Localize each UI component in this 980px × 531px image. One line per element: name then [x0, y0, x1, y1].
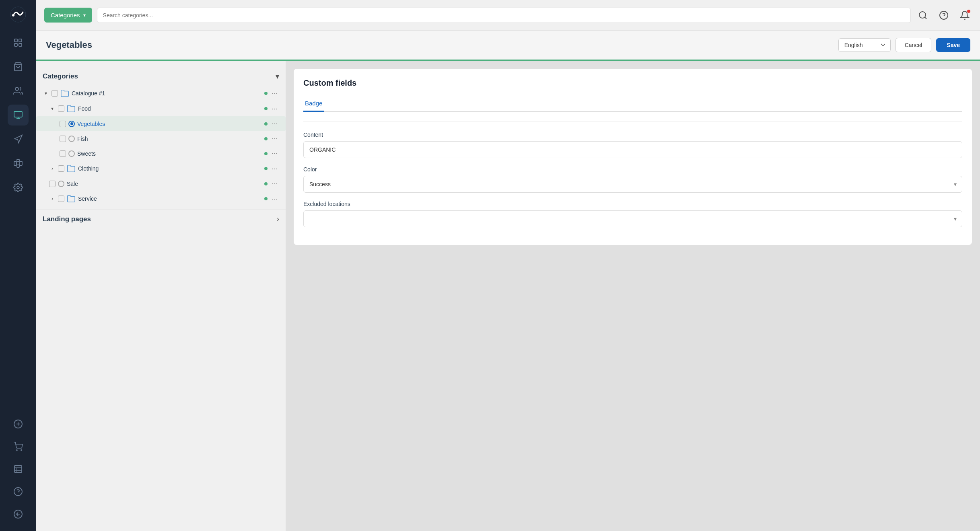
tab-badge[interactable]: Badge: [303, 96, 324, 112]
notification-icon-button[interactable]: [957, 8, 972, 23]
tree-toggle-service[interactable]: ›: [49, 196, 56, 202]
notification-dot: [967, 10, 970, 13]
tree-radio-sweets[interactable]: [68, 150, 75, 157]
landing-pages-title: Landing pages: [43, 215, 91, 223]
main-area: Categories ▾: [36, 0, 980, 531]
folder-icon-service: [67, 194, 76, 203]
svg-point-28: [14, 488, 22, 496]
cancel-button[interactable]: Cancel: [896, 38, 932, 52]
tree-item-sale[interactable]: Sale ···: [36, 176, 286, 191]
tree-checkbox-fish[interactable]: [60, 136, 66, 142]
custom-fields-card: Custom fields Badge Content Color: [294, 69, 972, 245]
tree-checkbox-sale[interactable]: [49, 181, 56, 187]
svg-rect-14: [20, 161, 22, 165]
tree-radio-inner-vegetables: [70, 122, 73, 125]
tree-dot-service: [264, 197, 268, 200]
tree-checkbox-vegetables[interactable]: [60, 121, 66, 127]
sidebar-item-settings[interactable]: [8, 177, 29, 198]
tree-checkbox-service[interactable]: [58, 196, 64, 202]
language-select[interactable]: English French German Spanish: [838, 38, 891, 52]
sidebar-item-integration[interactable]: [8, 153, 29, 174]
folder-icon-catalogue1: [60, 89, 69, 98]
sidebar-item-shop[interactable]: [8, 56, 29, 77]
tree-more-sale[interactable]: ···: [270, 179, 279, 188]
tree-more-catalogue1[interactable]: ···: [270, 89, 279, 98]
logo[interactable]: [8, 5, 28, 24]
tree-item-sweets[interactable]: Sweets ···: [36, 146, 286, 161]
sidebar-item-cart[interactable]: [8, 436, 29, 457]
tree-radio-vegetables[interactable]: [68, 121, 75, 127]
svg-line-16: [19, 161, 20, 162]
tree-label-food: Food: [78, 105, 262, 112]
landing-pages-chevron-icon: ›: [277, 215, 279, 223]
svg-rect-4: [14, 43, 17, 46]
sidebar-item-content[interactable]: [8, 105, 29, 126]
topbar: Categories ▾: [36, 0, 980, 31]
tree-more-sweets[interactable]: ···: [270, 149, 279, 158]
search-icon-button[interactable]: [916, 8, 930, 23]
tree-dot-sale: [264, 182, 268, 185]
tree-toggle-clothing[interactable]: ›: [49, 165, 56, 172]
help-icon-button[interactable]: [937, 8, 951, 23]
sidebar-item-help[interactable]: [8, 481, 29, 502]
tree-item-food[interactable]: ▾ Food ···: [36, 101, 286, 116]
tree-item-fish[interactable]: Fish ···: [36, 131, 286, 146]
categories-section-title: Categories: [43, 72, 78, 80]
color-field-label: Color: [303, 166, 962, 173]
tree-item-clothing[interactable]: › Clothing ···: [36, 161, 286, 176]
sidebar-item-add[interactable]: [8, 414, 29, 434]
svg-rect-12: [17, 159, 19, 162]
sidebar-item-table[interactable]: [8, 459, 29, 480]
content-field-input[interactable]: [303, 141, 962, 158]
color-select[interactable]: Success Warning Danger Info Primary: [303, 176, 962, 193]
tree-label-catalogue1: Catalogue #1: [72, 90, 262, 97]
categories-button-label: Categories: [51, 12, 80, 19]
landing-pages-section[interactable]: Landing pages ›: [36, 210, 286, 228]
page-title: Vegetables: [46, 40, 838, 50]
tree-more-service[interactable]: ···: [270, 195, 279, 203]
sidebar-item-marketing[interactable]: [8, 129, 29, 150]
content-field-label: Content: [303, 132, 962, 138]
tree-dot-catalogue1: [264, 92, 268, 95]
svg-rect-3: [19, 39, 22, 42]
tree-label-vegetables: Vegetables: [77, 121, 262, 127]
tree-radio-sale[interactable]: [58, 181, 64, 187]
folder-icon-clothing: [67, 164, 76, 173]
tree-checkbox-catalogue1[interactable]: [51, 90, 58, 97]
save-button[interactable]: Save: [936, 38, 970, 52]
svg-point-7: [15, 87, 19, 91]
tree-more-clothing[interactable]: ···: [270, 165, 279, 173]
tree-radio-fish[interactable]: [68, 136, 75, 142]
tree-checkbox-food[interactable]: [58, 105, 64, 112]
search-input[interactable]: [103, 12, 905, 19]
tree-toggle-catalogue1[interactable]: ▾: [43, 90, 49, 97]
svg-point-22: [16, 450, 17, 451]
excluded-locations-select[interactable]: [303, 210, 962, 227]
svg-rect-2: [14, 39, 17, 42]
color-select-wrapper: Success Warning Danger Info Primary ▾: [303, 176, 962, 193]
topbar-icons: [916, 8, 972, 23]
categories-chevron-icon: ▾: [83, 12, 86, 18]
categories-section-header[interactable]: Categories ▾: [36, 67, 286, 86]
tree-item-vegetables[interactable]: Vegetables ···: [36, 116, 286, 131]
sidebar-item-expand[interactable]: [8, 504, 29, 525]
svg-line-33: [925, 17, 926, 19]
sidebar-item-dashboard[interactable]: [8, 32, 29, 53]
categories-button[interactable]: Categories ▾: [44, 8, 92, 23]
tree-more-fish[interactable]: ···: [270, 134, 279, 143]
tree-item-service[interactable]: › Service ···: [36, 191, 286, 206]
tree-more-vegetables[interactable]: ···: [270, 119, 279, 128]
tree-item-catalogue1[interactable]: ▾ Catalogue #1 ···: [36, 86, 286, 101]
tree-dot-sweets: [264, 152, 268, 155]
sidebar-item-users[interactable]: [8, 80, 29, 101]
categories-chevron-icon: ▾: [276, 72, 279, 81]
tree-dot-clothing: [264, 167, 268, 170]
tree-more-food[interactable]: ···: [270, 105, 279, 113]
tree-toggle-food[interactable]: ▾: [49, 105, 56, 112]
sidebar: [0, 0, 36, 531]
tree-checkbox-sweets[interactable]: [60, 150, 66, 157]
folder-icon-food: [67, 104, 76, 113]
tree-checkbox-clothing[interactable]: [58, 165, 64, 172]
svg-rect-8: [14, 111, 22, 117]
tab-divider: [303, 121, 962, 122]
